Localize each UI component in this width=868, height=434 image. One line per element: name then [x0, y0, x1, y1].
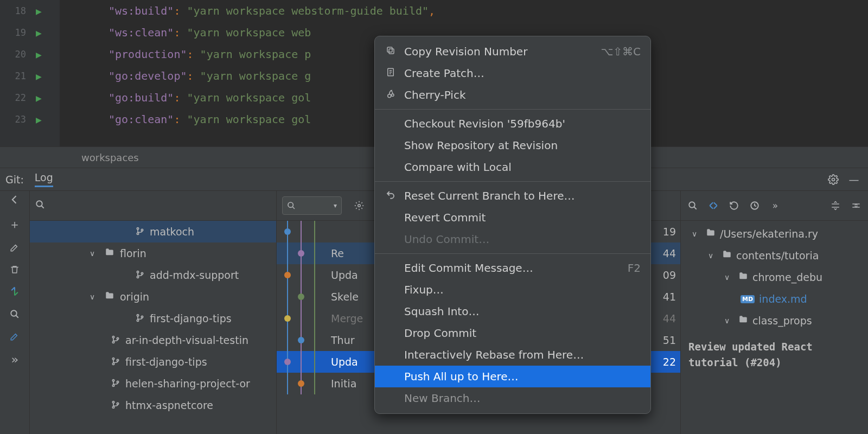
svg-point-10 — [141, 272, 143, 274]
menu-item[interactable]: Fixup… — [375, 279, 650, 301]
more-icon[interactable]: » — [11, 353, 18, 366]
folder-item[interactable]: ∨chrome_debu — [681, 266, 868, 288]
chevron-icon[interactable]: ∨ — [724, 273, 734, 282]
branch-icon — [111, 356, 120, 368]
run-icon[interactable]: ▶ — [36, 71, 42, 82]
run-icon[interactable]: ▶ — [36, 92, 42, 104]
branch-item[interactable]: first-django-tips — [30, 308, 276, 329]
menu-item[interactable]: Copy Revision Number⌥⇧⌘C — [375, 41, 650, 62]
git-log-tab[interactable]: Log — [35, 171, 53, 187]
svg-point-36 — [298, 250, 304, 257]
svg-line-62 — [694, 207, 697, 209]
menu-item[interactable]: New Branch… — [375, 387, 650, 409]
menu-item[interactable]: Squash Into… — [375, 301, 650, 322]
menu-item[interactable]: Drop Commit — [375, 322, 650, 344]
run-icon[interactable]: ▶ — [36, 114, 42, 125]
menu-item[interactable]: Checkout Revision '59fb964b' — [375, 113, 650, 135]
svg-point-61 — [689, 202, 695, 208]
svg-point-60 — [298, 380, 304, 387]
gutter-row[interactable]: 23▶ — [0, 108, 60, 130]
branch-item[interactable]: helen-sharing-project-or — [30, 373, 276, 394]
svg-point-52 — [298, 337, 304, 343]
branch-folder[interactable]: ∨florin — [30, 242, 276, 264]
menu-item[interactable]: Reset Current Branch to Here… — [375, 185, 650, 207]
edit-icon[interactable] — [10, 241, 20, 255]
folder-item[interactable]: ∨class_props — [681, 310, 868, 331]
folder-icon — [738, 315, 748, 327]
menu-item[interactable]: Push All up to Here… — [375, 366, 650, 387]
add-icon[interactable]: ＋ — [9, 216, 21, 233]
gear-icon[interactable] — [825, 171, 842, 188]
minimize-icon[interactable]: — — [845, 171, 863, 188]
svg-point-48 — [284, 315, 291, 322]
gutter-row[interactable]: 21▶ — [0, 65, 60, 87]
svg-point-22 — [117, 381, 118, 382]
svg-point-26 — [288, 202, 293, 207]
cherry-icon — [385, 89, 397, 101]
svg-point-1 — [11, 310, 17, 316]
details-history-icon[interactable] — [746, 197, 763, 214]
details-more-icon[interactable]: » — [767, 197, 784, 214]
svg-point-56 — [284, 359, 291, 365]
branch-icon — [136, 226, 144, 238]
gutter-row[interactable]: 20▶ — [0, 43, 60, 65]
edit-blue-icon[interactable] — [10, 330, 20, 344]
update-icon[interactable] — [9, 286, 20, 299]
branch-item[interactable]: htmx-aspnetcore — [30, 394, 276, 416]
details-expand-icon[interactable] — [827, 197, 844, 214]
menu-item[interactable]: Cherry-Pick — [375, 84, 650, 106]
branch-item[interactable]: matkoch — [30, 221, 276, 242]
svg-point-17 — [112, 358, 114, 360]
branch-item[interactable]: add-mdx-support — [30, 264, 276, 286]
branch-icon — [136, 312, 144, 324]
chevron-icon[interactable]: ∨ — [724, 316, 734, 325]
branch-item[interactable]: ar-in-depth-visual-testin — [30, 329, 276, 351]
menu-item[interactable]: Show Repository at Revision — [375, 135, 650, 156]
menu-item[interactable]: Compare with Local — [375, 156, 650, 178]
details-search-icon[interactable] — [684, 197, 701, 214]
menu-item[interactable]: Edit Commit Message…F2 — [375, 257, 650, 279]
menu-item[interactable]: Create Patch… — [375, 62, 650, 84]
changed-files-tree[interactable]: ∨/Users/ekaterina.ry∨contents/tutoria∨ch… — [681, 221, 868, 331]
run-icon[interactable]: ▶ — [36, 49, 42, 60]
markdown-file-icon: MD — [741, 295, 755, 303]
back-icon[interactable] — [9, 194, 20, 208]
context-menu[interactable]: Copy Revision Number⌥⇧⌘CCreate Patch…Che… — [374, 36, 651, 414]
svg-point-21 — [112, 385, 114, 386]
gutter-row[interactable]: 19▶ — [0, 22, 60, 43]
branch-folder[interactable]: ∨origin — [30, 286, 276, 308]
delete-icon[interactable] — [10, 264, 20, 277]
run-icon[interactable]: ▶ — [36, 5, 42, 17]
filter-gear-icon[interactable] — [350, 197, 368, 214]
details-collapse-icon[interactable] — [847, 197, 865, 214]
search-icon[interactable] — [10, 308, 20, 322]
svg-line-27 — [292, 207, 295, 209]
chevron-icon[interactable]: ∨ — [708, 251, 718, 260]
folder-item[interactable]: ∨contents/tutoria — [681, 245, 868, 266]
chevron-down-icon[interactable]: ∨ — [90, 249, 99, 258]
gutter: 18▶19▶20▶21▶22▶23▶ — [0, 0, 60, 146]
menu-item[interactable]: Interactively Rebase from Here… — [375, 344, 650, 366]
copy-icon — [385, 46, 397, 58]
gutter-row[interactable]: 18▶ — [0, 0, 60, 22]
branch-icon — [111, 334, 120, 346]
filter-input[interactable]: ▾ — [282, 196, 342, 215]
code-line[interactable]: "ws:build": "yarn workspace webstorm-gui… — [108, 0, 435, 22]
details-revert-icon[interactable] — [725, 197, 743, 214]
svg-point-19 — [117, 359, 118, 361]
branches-panel: matkoch∨florinadd-mdx-support∨originfirs… — [30, 191, 277, 434]
branch-item[interactable]: first-django-tips — [30, 351, 276, 373]
svg-point-44 — [298, 293, 304, 300]
breadcrumb-item[interactable]: workspaces — [81, 152, 139, 163]
branches-search-icon[interactable] — [35, 199, 45, 212]
run-icon[interactable]: ▶ — [36, 27, 42, 39]
gutter-row[interactable]: 22▶ — [0, 87, 60, 108]
svg-point-7 — [141, 229, 143, 231]
details-diff-icon[interactable] — [705, 197, 722, 214]
chevron-down-icon[interactable]: ∨ — [90, 292, 99, 301]
menu-item[interactable]: Revert Commit — [375, 207, 650, 228]
chevron-icon[interactable]: ∨ — [692, 229, 701, 238]
branch-list[interactable]: matkoch∨florinadd-mdx-support∨originfirs… — [30, 221, 276, 416]
file-item[interactable]: MDindex.md — [681, 288, 868, 310]
folder-item[interactable]: ∨/Users/ekaterina.ry — [681, 223, 868, 245]
